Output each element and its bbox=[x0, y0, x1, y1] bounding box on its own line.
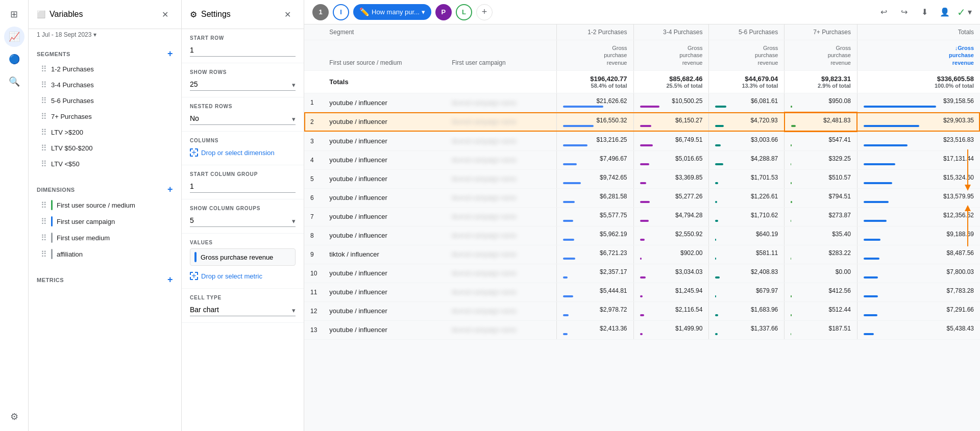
add-metric-icon[interactable]: + bbox=[167, 274, 173, 285]
campaign-cell: blurred campaign name bbox=[446, 93, 557, 112]
query-dropdown-button[interactable]: ✏️ How many pur... ▾ bbox=[353, 4, 431, 20]
add-dimension-icon[interactable]: + bbox=[167, 184, 173, 195]
start-column-group-input[interactable] bbox=[190, 180, 296, 193]
v5-cell: $17,131.44 bbox=[857, 150, 980, 169]
table-body: 1 youtube / influencer blurred campaign … bbox=[304, 93, 980, 339]
row-num-subheader bbox=[304, 40, 323, 71]
chevron-down-icon: ▾ bbox=[968, 7, 972, 17]
source-medium-cell: youtube / influencer bbox=[323, 226, 446, 245]
tab-1-button[interactable]: 1 bbox=[312, 4, 329, 20]
campaign-cell: blurred campaign name bbox=[446, 264, 557, 283]
campaign-cell: blurred campaign name bbox=[446, 226, 557, 245]
value-chip[interactable]: Gross purchase revenue bbox=[190, 248, 296, 266]
totals-header: Totals bbox=[857, 24, 980, 40]
segment-item[interactable]: ⠿ 3-4 Purchases bbox=[37, 77, 173, 93]
source-medium-cell: youtube / influencer bbox=[323, 264, 446, 283]
v1-cell: $9,742.65 bbox=[557, 169, 633, 188]
show-column-groups-section: SHOW COLUMN GROUPS 510 ▾ bbox=[182, 199, 304, 234]
variables-close-button[interactable]: ✕ bbox=[157, 6, 173, 22]
show-rows-select[interactable]: 2550100 bbox=[190, 78, 296, 91]
metric-3-4-header[interactable]: Grosspurchaserevenue bbox=[633, 40, 709, 71]
v1-cell: $6,721.23 bbox=[557, 245, 633, 264]
segment-item[interactable]: ⠿ 7+ Purchases bbox=[37, 109, 173, 124]
v3-cell: $1,710.62 bbox=[709, 207, 785, 226]
source-medium-cell: youtube / influencer bbox=[323, 150, 446, 169]
check-button[interactable]: ✓ ▾ bbox=[957, 6, 972, 18]
v3-cell: $1,701.53 bbox=[709, 169, 785, 188]
segment-item[interactable]: ⠿ 5-6 Purchases bbox=[37, 93, 173, 109]
v5-cell: $15,324.60 bbox=[857, 169, 980, 188]
row-num-cell: 11 bbox=[304, 283, 323, 301]
source-medium-cell: youtube / influencer bbox=[323, 207, 446, 226]
metric-5-6-header[interactable]: Grosspurchaserevenue bbox=[709, 40, 785, 71]
v5-cell: $9,188.69 bbox=[857, 226, 980, 245]
settings-panel: ⚙ Settings ✕ START ROW SHOW ROWS 2550100… bbox=[182, 0, 304, 431]
dimension-item[interactable]: ⠿ First user source / medium bbox=[37, 197, 173, 213]
undo-button[interactable]: ↩ bbox=[875, 4, 892, 20]
nav-search-icon[interactable]: 🔍 bbox=[4, 71, 24, 92]
source-medium-cell: youtube / influencer bbox=[323, 93, 446, 112]
v5-cell: $12,356.52 bbox=[857, 207, 980, 226]
segment-item[interactable]: ⠿ LTV $50-$200 bbox=[37, 140, 173, 156]
tab-l-button[interactable]: L bbox=[456, 4, 472, 20]
nested-rows-section: NESTED ROWS NoYes ▾ bbox=[182, 97, 304, 132]
nav-settings-icon[interactable]: ⚙ bbox=[4, 407, 24, 427]
add-metric-button[interactable]: + Drop or select metric bbox=[190, 270, 296, 282]
segment-item[interactable]: ⠿ LTV >$200 bbox=[37, 124, 173, 140]
date-range-selector[interactable]: 1 Jul - 18 Sept 2023 ▾ bbox=[29, 29, 181, 40]
v4-cell: $0.00 bbox=[785, 264, 857, 283]
v1-cell: $5,962.19 bbox=[557, 226, 633, 245]
settings-icon: ⚙ bbox=[190, 10, 197, 19]
start-row-section: START ROW bbox=[182, 29, 304, 63]
metric-7plus-header[interactable]: Grosspurchaserevenue bbox=[785, 40, 857, 71]
v5-cell: $13,579.95 bbox=[857, 188, 980, 207]
v2-cell: $902.00 bbox=[633, 245, 709, 264]
drag-handle-icon: ⠿ bbox=[41, 200, 47, 210]
segment-item[interactable]: ⠿ LTV <$50 bbox=[37, 156, 173, 172]
cell-type-select[interactable]: Bar chartPlain textHeat map bbox=[190, 303, 296, 316]
dimension-item[interactable]: ⠿ affiliation bbox=[37, 246, 173, 262]
topbar-left: 1 I ✏️ How many pur... ▾ P L + bbox=[312, 4, 493, 20]
table-row: 11 youtube / influencer blurred campaign… bbox=[304, 283, 980, 301]
redo-button[interactable]: ↪ bbox=[896, 4, 912, 20]
share-button[interactable]: 👤 bbox=[937, 4, 953, 20]
v3-cell: $581.11 bbox=[709, 245, 785, 264]
source-medium-cell: youtube / influencer bbox=[323, 132, 446, 151]
row-num-cell: 1 bbox=[304, 93, 323, 112]
dimension-item[interactable]: ⠿ First user medium bbox=[37, 230, 173, 246]
tab-p-button[interactable]: P bbox=[435, 4, 452, 20]
nested-rows-select[interactable]: NoYes bbox=[190, 112, 296, 125]
settings-close-button[interactable]: ✕ bbox=[279, 6, 296, 22]
metric-1-2-header[interactable]: Grosspurchaserevenue bbox=[557, 40, 633, 71]
nav-circle-icon[interactable]: 🔵 bbox=[4, 49, 24, 69]
add-dimension-button[interactable]: + Drop or select dimension bbox=[190, 146, 296, 159]
segment-item[interactable]: ⠿ 1-2 Purchases bbox=[37, 61, 173, 77]
nav-home-icon[interactable]: ⊞ bbox=[4, 4, 24, 24]
add-segment-icon[interactable]: + bbox=[167, 48, 173, 59]
v2-cell: $3,369.85 bbox=[633, 169, 709, 188]
table-row: 12 youtube / influencer blurred campaign… bbox=[304, 301, 980, 320]
variables-panel: ⬜ Variables ✕ 1 Jul - 18 Sept 2023 ▾ SEG… bbox=[29, 0, 182, 431]
campaign-cell: blurred campaign name bbox=[446, 320, 557, 339]
campaign-cell: blurred campaign name bbox=[446, 112, 557, 132]
campaign-cell: blurred campaign name bbox=[446, 150, 557, 169]
add-tab-button[interactable]: + bbox=[476, 4, 493, 20]
nav-explore-icon[interactable]: 📈 bbox=[4, 27, 24, 47]
v1-cell: $13,216.25 bbox=[557, 132, 633, 151]
drag-handle-icon: ⠿ bbox=[41, 96, 47, 106]
dimension-item[interactable]: ⠿ First user campaign bbox=[37, 213, 173, 230]
row-num-cell: 4 bbox=[304, 150, 323, 169]
v3-cell: $4,720.93 bbox=[709, 112, 785, 132]
show-column-groups-select-wrapper: 510 ▾ bbox=[190, 214, 296, 227]
group-5-6-header: 5-6 Purchases bbox=[709, 24, 785, 40]
totals-v3: $44,679.04 13.3% of total bbox=[709, 70, 785, 93]
campaign-cell: blurred campaign name bbox=[446, 245, 557, 264]
show-column-groups-select[interactable]: 510 bbox=[190, 214, 296, 227]
tab-i-button[interactable]: I bbox=[333, 4, 349, 20]
table-row: 7 youtube / influencer blurred campaign … bbox=[304, 207, 980, 226]
download-button[interactable]: ⬇ bbox=[916, 4, 933, 20]
metric-totals-header[interactable]: ↓Grosspurchaserevenue bbox=[857, 40, 980, 71]
totals-row: Totals $196,420.77 58.4% of total $85,68… bbox=[304, 70, 980, 93]
data-table: Segment 1-2 Purchases 3-4 Purchases 5-6 … bbox=[304, 24, 980, 340]
start-row-input[interactable] bbox=[190, 44, 296, 57]
